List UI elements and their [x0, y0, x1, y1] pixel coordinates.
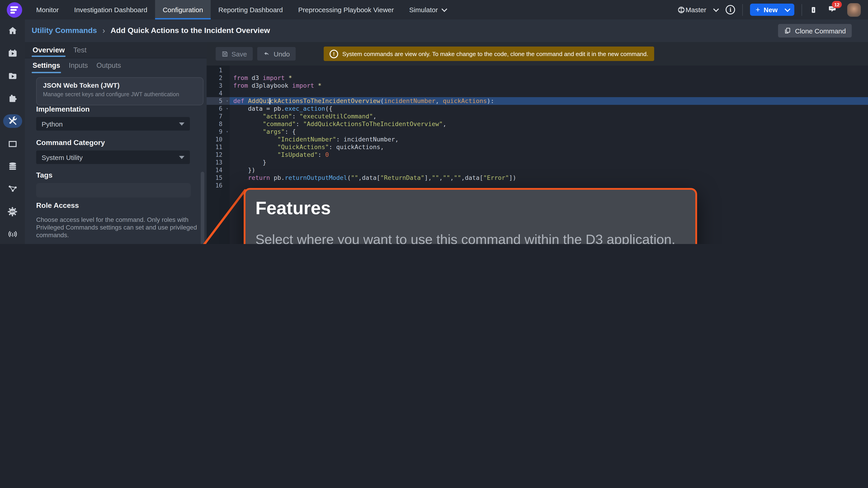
save-icon	[221, 51, 228, 57]
code-line-7[interactable]: 7 "action": "executeUtilCommand",	[207, 112, 868, 120]
code-line-14[interactable]: 14 })	[207, 166, 868, 174]
save-button[interactable]: Save	[216, 47, 253, 61]
nav-item-preprocessing-playbook-viewer[interactable]: Preprocessing Playbook Viewer	[290, 0, 401, 20]
release-notes-icon[interactable]	[809, 5, 817, 14]
environment-selector[interactable]: Master	[686, 6, 718, 13]
code-line-15[interactable]: 15 return pb.returnOutputModel("",data["…	[207, 174, 868, 182]
command-category-label: Command Category	[36, 139, 105, 147]
code-line-11[interactable]: 11 "QuickActions": quickActions,	[207, 143, 868, 151]
code-text: from d3playbook import *	[230, 82, 868, 90]
rail-item-api[interactable]: API	[0, 200, 25, 223]
top-navbar: MonitorInvestigation DashboardConfigurat…	[0, 0, 868, 20]
chevron-down-icon	[713, 6, 719, 12]
code-text: }	[230, 159, 868, 166]
code-line-3[interactable]: 3from d3playbook import *	[207, 82, 868, 90]
rail-item-integrations[interactable]	[0, 87, 25, 110]
line-number: 1	[207, 66, 230, 74]
code-text: from d3 import *	[230, 74, 868, 82]
new-button[interactable]: + New	[750, 4, 794, 16]
code-line-1[interactable]: 1	[207, 66, 868, 74]
undo-button[interactable]: Undo	[257, 47, 296, 61]
command-category-select[interactable]: System Utility	[36, 151, 190, 164]
code-text: })	[230, 166, 868, 174]
code-text	[230, 90, 868, 97]
rail-item-utility-commands[interactable]	[0, 110, 25, 132]
divider	[802, 4, 802, 15]
code-line-8[interactable]: 8 "command": "AddQuickActionsToTheIncide…	[207, 120, 868, 128]
line-number: 13	[207, 159, 230, 166]
rail-item-data-management[interactable]	[0, 155, 25, 177]
fold-caret-icon[interactable]: ▾	[226, 105, 228, 112]
line-number: 2	[207, 74, 230, 82]
overlay-subtitle: Select where you want to use this comman…	[255, 230, 685, 244]
notification-badge: 12	[832, 1, 842, 8]
clone-command-button[interactable]: Clone Command	[778, 24, 852, 37]
subtab-outputs[interactable]: Outputs	[96, 61, 122, 72]
code-line-13[interactable]: 13 }	[207, 159, 868, 166]
jwt-card[interactable]: JSON Web Token (JWT) Manage secret keys …	[36, 77, 204, 105]
line-number: 4	[207, 90, 230, 97]
rail-item-broadcast[interactable]	[0, 223, 25, 244]
nav-item-reporting-dashboard[interactable]: Reporting Dashboard	[211, 0, 290, 20]
warning-text: System commands are view only. To make c…	[342, 51, 648, 57]
editor-toolbar: Save Undo ! System commands are view onl…	[207, 42, 868, 66]
chevron-down-icon	[784, 6, 790, 12]
jwt-card-title: JSON Web Token (JWT)	[43, 81, 197, 89]
rail-item-dashboard-board[interactable]	[0, 132, 25, 155]
avatar[interactable]	[847, 3, 861, 17]
tab-test[interactable]: Test	[72, 42, 88, 58]
code-text: "args": {	[230, 128, 868, 135]
api-icon: API	[7, 206, 18, 217]
code-line-9[interactable]: 9▾ "args": {	[207, 128, 868, 135]
chat-button[interactable]: 12	[827, 4, 837, 15]
info-icon[interactable]: i	[725, 5, 735, 14]
subtab-settings[interactable]: Settings	[32, 61, 61, 72]
d3-logo-icon[interactable]	[7, 2, 22, 18]
rail-item-connections[interactable]	[0, 177, 25, 200]
code-text: "QuickActions": quickActions,	[230, 143, 868, 151]
fold-caret-icon[interactable]: ▾	[226, 128, 228, 135]
code-line-2[interactable]: 2from d3 import *	[207, 74, 868, 82]
code-text: "action": "executeUtilCommand",	[230, 112, 868, 120]
code-text: "command": "AddQuickActionsToTheIncident…	[230, 120, 868, 128]
caret-down-icon	[179, 156, 184, 159]
tab-overview[interactable]: Overview	[32, 42, 66, 58]
breadcrumb-separator: ›	[102, 26, 105, 35]
code-line-10[interactable]: 10 "IncidentNumber": incidentNumber,	[207, 135, 868, 143]
code-text: "IncidentNumber": incidentNumber,	[230, 135, 868, 143]
tags-input[interactable]	[36, 183, 191, 197]
rail-item-schedule[interactable]	[0, 42, 25, 65]
code-text: data = pb.exec_action({	[230, 105, 868, 112]
rail-item-playbooks[interactable]	[0, 65, 25, 87]
rail-item-home[interactable]	[0, 20, 25, 42]
line-number: 10	[207, 135, 230, 143]
breadcrumb-parent-link[interactable]: Utility Commands	[32, 26, 97, 35]
subtab-inputs[interactable]: Inputs	[68, 61, 89, 72]
undo-label: Undo	[274, 50, 290, 58]
code-line-5[interactable]: 5▾def AddQuickActionsToTheIncidentOvervi…	[207, 97, 868, 105]
code-line-4[interactable]: 4	[207, 90, 868, 97]
breadcrumb-bar: Utility Commands › Add Quick Actions to …	[25, 20, 868, 42]
view-only-warning-banner: ! System commands are view only. To make…	[324, 46, 654, 61]
plus-icon: +	[755, 5, 760, 14]
nav-item-label: Simulator	[409, 6, 438, 13]
tags-label: Tags	[36, 171, 53, 180]
divider	[742, 4, 743, 15]
svg-text:API: API	[10, 210, 14, 213]
code-lines: 12from d3 import *3from d3playbook impor…	[207, 66, 868, 189]
nav-item-investigation-dashboard[interactable]: Investigation Dashboard	[66, 0, 155, 20]
nav-item-label: Reporting Dashboard	[218, 6, 283, 13]
nav-item-configuration[interactable]: Configuration	[155, 0, 211, 20]
fold-caret-icon[interactable]: ▾	[226, 97, 228, 105]
nav-item-simulator[interactable]: Simulator	[401, 0, 453, 20]
panel-scrollbar[interactable]	[201, 172, 204, 244]
nav-item-monitor[interactable]: Monitor	[29, 0, 66, 20]
implementation-select[interactable]: Python	[36, 117, 190, 131]
line-number: 11	[207, 143, 230, 151]
overlay-title: Features	[255, 198, 331, 218]
main-tabs: OverviewTest	[25, 42, 207, 58]
line-number: 9▾	[207, 128, 230, 135]
line-number: 16	[207, 182, 230, 189]
code-line-6[interactable]: 6▾ data = pb.exec_action({	[207, 105, 868, 112]
code-line-12[interactable]: 12 "IsUpdated": 0	[207, 151, 868, 159]
